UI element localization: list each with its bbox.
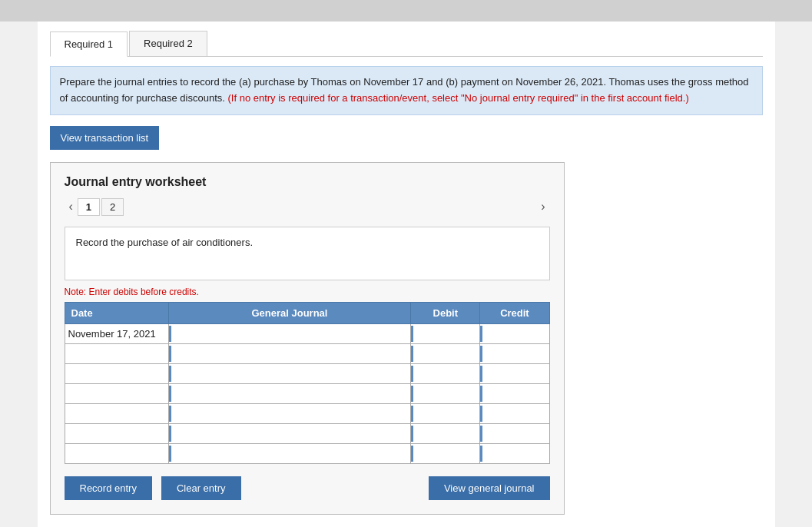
debit-cell-1[interactable] bbox=[411, 343, 480, 363]
journal-input-4[interactable] bbox=[172, 405, 408, 422]
journal-input-2[interactable] bbox=[172, 365, 408, 382]
debit-cell-3[interactable] bbox=[411, 383, 480, 403]
journal-input-6[interactable] bbox=[172, 445, 408, 462]
view-general-journal-button[interactable]: View general journal bbox=[429, 476, 550, 500]
credit-cell-3[interactable] bbox=[480, 383, 549, 403]
prev-page-arrow[interactable]: ‹ bbox=[65, 198, 78, 215]
credit-cell-6[interactable] bbox=[480, 443, 549, 463]
journal-input-0[interactable] bbox=[172, 325, 408, 342]
table-row bbox=[65, 403, 549, 423]
date-cell-5 bbox=[65, 423, 168, 443]
next-page-arrow[interactable]: › bbox=[536, 198, 549, 215]
debit-input-5[interactable] bbox=[414, 425, 476, 442]
journal-input-1[interactable] bbox=[172, 345, 408, 362]
col-header-journal: General Journal bbox=[168, 302, 411, 323]
info-box: Prepare the journal entries to record th… bbox=[50, 66, 763, 115]
tab-required2[interactable]: Required 2 bbox=[129, 31, 207, 56]
credit-input-4[interactable] bbox=[483, 405, 545, 422]
button-row: Record entry Clear entry View general jo… bbox=[65, 476, 550, 500]
pagination: ‹ 1 2 › bbox=[65, 198, 550, 216]
top-bar bbox=[0, 0, 812, 22]
debit-cell-6[interactable] bbox=[411, 443, 480, 463]
credit-input-3[interactable] bbox=[483, 385, 545, 402]
page-1[interactable]: 1 bbox=[78, 198, 100, 216]
credit-cell-5[interactable] bbox=[480, 423, 549, 443]
debit-cell-2[interactable] bbox=[411, 363, 480, 383]
debit-input-0[interactable] bbox=[414, 325, 476, 342]
date-cell-0: November 17, 2021 bbox=[65, 323, 168, 343]
tab-required1[interactable]: Required 1 bbox=[50, 31, 128, 57]
col-header-debit: Debit bbox=[411, 302, 480, 323]
record-entry-button[interactable]: Record entry bbox=[65, 476, 152, 500]
page-2[interactable]: 2 bbox=[101, 198, 124, 216]
credit-input-0[interactable] bbox=[483, 325, 545, 342]
credit-input-6[interactable] bbox=[483, 445, 545, 462]
table-row bbox=[65, 443, 549, 463]
date-cell-6 bbox=[65, 443, 168, 463]
date-cell-3 bbox=[65, 383, 168, 403]
journal-cell-4[interactable] bbox=[168, 403, 411, 423]
journal-input-3[interactable] bbox=[172, 385, 408, 402]
journal-cell-6[interactable] bbox=[168, 443, 411, 463]
tabs: Required 1 Required 2 bbox=[50, 31, 763, 57]
credit-cell-4[interactable] bbox=[480, 403, 549, 423]
credit-input-2[interactable] bbox=[483, 365, 545, 382]
debit-cell-0[interactable] bbox=[411, 323, 480, 343]
note-text: Note: Enter debits before credits. bbox=[65, 287, 550, 297]
col-header-credit: Credit bbox=[480, 302, 549, 323]
credit-input-1[interactable] bbox=[483, 345, 545, 362]
debit-cell-4[interactable] bbox=[411, 403, 480, 423]
journal-cell-1[interactable] bbox=[168, 343, 411, 363]
journal-cell-0[interactable] bbox=[168, 323, 411, 343]
journal-input-5[interactable] bbox=[172, 425, 408, 442]
date-cell-1 bbox=[65, 343, 168, 363]
table-row bbox=[65, 383, 549, 403]
credit-cell-2[interactable] bbox=[480, 363, 549, 383]
col-header-date: Date bbox=[65, 302, 168, 323]
table-row bbox=[65, 363, 549, 383]
table-row: November 17, 2021 bbox=[65, 323, 549, 343]
debit-input-6[interactable] bbox=[414, 445, 476, 462]
journal-cell-2[interactable] bbox=[168, 363, 411, 383]
table-row bbox=[65, 423, 549, 443]
view-transaction-btn[interactable]: View transaction list bbox=[50, 126, 160, 150]
debit-input-3[interactable] bbox=[414, 385, 476, 402]
journal-table: Date General Journal Debit Credit Novemb… bbox=[65, 302, 550, 464]
debit-input-1[interactable] bbox=[414, 345, 476, 362]
date-cell-4 bbox=[65, 403, 168, 423]
info-highlight-text: (If no entry is required for a transacti… bbox=[227, 92, 688, 104]
credit-cell-1[interactable] bbox=[480, 343, 549, 363]
debit-input-2[interactable] bbox=[414, 365, 476, 382]
date-cell-2 bbox=[65, 363, 168, 383]
main-container: Required 1 Required 2 Prepare the journa… bbox=[38, 22, 775, 527]
journal-cell-3[interactable] bbox=[168, 383, 411, 403]
task-description-text: Record the purchase of air conditioners. bbox=[76, 237, 254, 248]
task-description-box: Record the purchase of air conditioners. bbox=[65, 227, 550, 280]
table-row bbox=[65, 343, 549, 363]
journal-cell-5[interactable] bbox=[168, 423, 411, 443]
worksheet-title: Journal entry worksheet bbox=[65, 175, 550, 189]
credit-cell-0[interactable] bbox=[480, 323, 549, 343]
worksheet-box: Journal entry worksheet ‹ 1 2 › Record t… bbox=[50, 162, 565, 515]
credit-input-5[interactable] bbox=[483, 425, 545, 442]
clear-entry-button[interactable]: Clear entry bbox=[161, 476, 241, 500]
debit-input-4[interactable] bbox=[414, 405, 476, 422]
debit-cell-5[interactable] bbox=[411, 423, 480, 443]
